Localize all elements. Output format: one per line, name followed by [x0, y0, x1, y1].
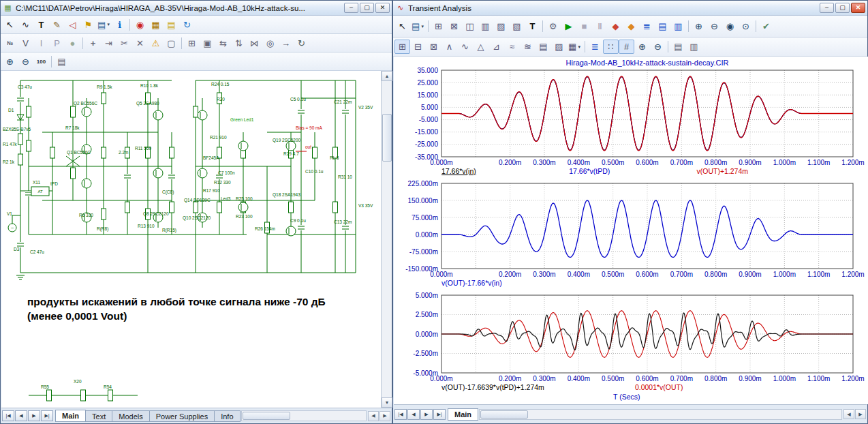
horizontal-scrollbar-thumb[interactable] [243, 412, 290, 420]
next-page-icon[interactable]: ▥ [686, 40, 702, 54]
minimize-button[interactable]: – [820, 3, 834, 13]
triangle-wave-icon[interactable]: △ [473, 40, 489, 54]
wire-mode-icon[interactable]: ∿ [18, 18, 33, 32]
pin-connections-icon[interactable]: + [85, 36, 101, 50]
pause-icon[interactable]: ‖ [592, 19, 608, 33]
zoom-in-icon[interactable]: ⊕ [634, 40, 650, 54]
select-mode-icon[interactable]: ↖ [2, 18, 18, 32]
zoom-in-icon[interactable]: ⊕ [2, 55, 18, 69]
zoom-out-icon[interactable]: ⊖ [650, 40, 666, 54]
cursor-window-icon[interactable]: ▥ [478, 19, 493, 33]
scroll-up-button[interactable]: ▲ [382, 71, 392, 81]
info-mode-icon[interactable]: ℹ [112, 18, 127, 32]
previous-page-button[interactable]: ◀ [407, 409, 420, 420]
tab-info[interactable]: Info [214, 410, 240, 422]
last-page-button[interactable]: ▶| [41, 410, 53, 421]
text-mode-icon[interactable]: T [525, 19, 540, 33]
sawtooth-wave-icon[interactable]: ⊿ [489, 40, 504, 54]
zoom-fit-icon[interactable]: ⊙ [738, 19, 754, 33]
previous-page-icon[interactable]: ▤ [670, 40, 686, 54]
mirror-icon[interactable]: ⋈ [247, 36, 262, 50]
node-numbers-icon[interactable]: № [2, 36, 18, 50]
select-mode-icon[interactable]: ↖ [394, 19, 410, 33]
flip-horizontal-icon[interactable]: ⇆ [215, 36, 231, 50]
stacked-plots-icon[interactable]: ≋ [520, 40, 536, 54]
help-topics-icon[interactable]: ▤ [164, 18, 179, 32]
tab-power-supplies[interactable]: Power Supplies [149, 410, 215, 422]
vertical-scrollbar[interactable]: ▲ ▼ [381, 71, 392, 408]
next-page-button[interactable]: ▶ [28, 410, 40, 421]
3d-window-icon[interactable]: ▨ [493, 19, 509, 33]
grid-panel-icon[interactable]: ⊞ [394, 40, 410, 54]
analysis-window-titlebar[interactable]: ∿ Transient Analysis –▢✕ [393, 1, 867, 16]
node-voltages-icon[interactable]: V [18, 36, 33, 50]
graphics-mode-icon[interactable]: ✎ [49, 18, 65, 32]
multi-trace-icon[interactable]: ≈ [504, 40, 520, 54]
horizontal-scrollbar[interactable] [479, 409, 842, 420]
log-scale-icon[interactable]: ∿ [457, 40, 473, 54]
dynamic-ac-icon[interactable]: ◆ [608, 19, 623, 33]
tab-main[interactable]: Main [448, 408, 478, 421]
zoom-auto-icon[interactable]: ◉ [722, 19, 738, 33]
condition-display-icon[interactable]: ● [65, 36, 80, 50]
add-waveform-icon[interactable]: ▦▼ [567, 40, 583, 54]
maximize-button[interactable]: ▢ [360, 3, 374, 13]
data-points-icon[interactable]: ∷ [603, 40, 619, 54]
scroll-left-button[interactable]: ◀ [368, 411, 379, 421]
dropdown-arrow-icon[interactable]: ▼ [420, 25, 424, 29]
horizontal-scrollbar-thumb[interactable] [480, 410, 528, 419]
scroll-right-button[interactable]: ▶ [855, 409, 866, 419]
zoom-window-icon[interactable]: ⊞ [431, 19, 446, 33]
tab-models[interactable]: Models [112, 410, 149, 422]
minimize-button[interactable]: – [344, 3, 358, 13]
schematic-window-titlebar[interactable]: ▦ C:\MC11\DATA\Petrov\Hiraga\HIRAGA_AB-3… [1, 1, 392, 16]
design-warning-icon[interactable]: ⚠ [148, 36, 164, 50]
first-page-button[interactable]: |◀ [2, 410, 14, 421]
delete-icon[interactable]: ✕ [132, 36, 148, 50]
zoom-out-icon[interactable]: ⊖ [18, 55, 33, 69]
numeric-list-icon[interactable]: ≣ [587, 40, 603, 54]
find-part-icon[interactable]: ◉ [132, 18, 148, 32]
last-page-button[interactable]: ▶| [433, 409, 446, 420]
linear-scale-icon[interactable]: ∧ [441, 40, 457, 54]
component-mode-icon[interactable]: ◁ [65, 18, 80, 32]
state-variables-icon[interactable]: ▥ [670, 19, 686, 33]
find-next-icon[interactable]: → [278, 36, 294, 50]
sheet-icon[interactable]: ▢ [164, 36, 179, 50]
flip-vertical-icon[interactable]: ⇅ [231, 36, 247, 50]
text-mode-icon[interactable]: T [33, 18, 49, 32]
zoom-in-icon[interactable]: ⊕ [691, 19, 707, 33]
dynamic-dc-icon[interactable]: ◆ [623, 19, 639, 33]
tracker-icon[interactable]: # [619, 40, 634, 54]
paste-component-icon[interactable]: ▤▼ [96, 18, 112, 32]
scroll-left-button[interactable]: ◀ [843, 409, 854, 419]
current-display-icon[interactable]: I [33, 36, 49, 50]
close-button[interactable]: ✕ [851, 3, 865, 13]
zoom-100-icon[interactable]: 100 [33, 55, 49, 69]
find-icon[interactable]: ◎ [262, 36, 278, 50]
flag-mode-icon[interactable]: ⚑ [80, 18, 96, 32]
overlay-plots-icon[interactable]: ▤ [536, 40, 551, 54]
print-preview-icon[interactable]: ▤ [54, 55, 69, 69]
maximize-button[interactable]: ▢ [835, 3, 850, 13]
measure-icon[interactable]: ✔ [758, 19, 774, 33]
numeric-output-icon[interactable]: ≣ [639, 19, 655, 33]
shaded-plot-icon[interactable]: ▨ [551, 40, 567, 54]
window-split-icon[interactable]: ▦ [148, 18, 164, 32]
schematic-canvas[interactable]: ~ATC3 47uD1BZX85S-B7v5R9 1.5kR10 1.8kQ5 … [1, 71, 381, 408]
plot-canvas[interactable]: 35.00025.00015.0005.000-5.000-15.000-25.… [394, 57, 868, 404]
delete-plot-icon[interactable]: ⊠ [426, 40, 441, 54]
horizontal-scrollbar[interactable] [241, 410, 367, 421]
properties-icon[interactable]: ⚙ [545, 19, 561, 33]
previous-page-button[interactable]: ◀ [15, 410, 27, 421]
scroll-down-button[interactable]: ▼ [382, 397, 392, 408]
dropdown-arrow-icon[interactable]: ▼ [577, 45, 581, 49]
cut-wire-icon[interactable]: ✂ [117, 36, 132, 50]
power-display-icon[interactable]: P [49, 36, 65, 50]
browse-icon[interactable]: ↻ [294, 36, 309, 50]
scroll-right-button[interactable]: ▶ [379, 411, 390, 421]
dropdown-arrow-icon[interactable]: ▼ [106, 22, 110, 27]
first-page-button[interactable]: |◀ [394, 409, 407, 420]
zoom-out-icon[interactable]: ⊖ [707, 19, 722, 33]
waveform-v(OUT)+1.274m[interactable] [441, 76, 853, 151]
